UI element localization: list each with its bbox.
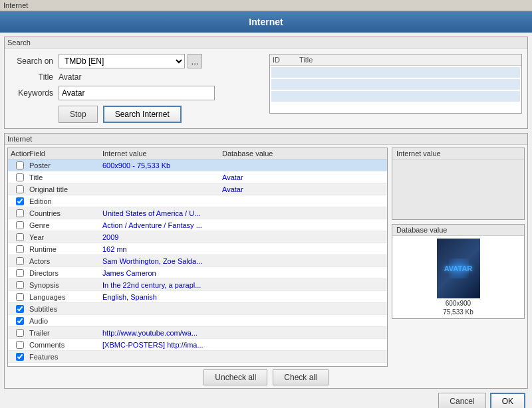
row-checkbox-cell[interactable] xyxy=(11,185,29,193)
row-internet-value: Action / Adventure / Fantasy ... xyxy=(102,221,222,229)
row-checkbox-cell[interactable] xyxy=(11,209,29,217)
row-database-value: Avatar xyxy=(222,173,329,181)
row-checkbox-cell[interactable] xyxy=(11,197,29,205)
keywords-input[interactable] xyxy=(59,86,215,100)
row-field: Genre xyxy=(29,221,102,229)
row-checkbox-cell[interactable] xyxy=(11,173,29,181)
row-checkbox[interactable] xyxy=(16,317,24,325)
row-checkbox-cell[interactable] xyxy=(11,353,29,361)
row-field: Actors xyxy=(29,257,102,265)
row-internet-value: 2009 xyxy=(102,233,222,241)
row-field: Features xyxy=(29,353,102,361)
row-field: Edition xyxy=(29,197,102,205)
title-text: Internet xyxy=(249,17,283,27)
row-field: Audio xyxy=(29,317,102,325)
table-body: Poster600x900 - 75,533 KbTitleAvatarOrig… xyxy=(8,159,387,363)
row-field: Synopsis xyxy=(29,281,102,289)
row-checkbox[interactable] xyxy=(16,281,24,289)
check-all-button[interactable]: Check all xyxy=(273,369,328,385)
table-row: Comments[XBMC-POSTERS] http://ima... xyxy=(8,339,387,351)
row-internet-value: 162 mn xyxy=(102,245,222,253)
poster-size: 600x900 xyxy=(446,300,471,307)
col-database: Database value xyxy=(222,150,329,157)
table-row: GenreAction / Adventure / Fantasy ... xyxy=(8,219,387,231)
row-checkbox-cell[interactable] xyxy=(11,257,29,265)
search-section: Search Search on TMDb [EN] ... xyxy=(4,37,528,129)
table-header: Action Field Internet value Database val… xyxy=(8,148,387,159)
ok-button[interactable]: OK xyxy=(490,393,525,408)
window-title-bar: Internet xyxy=(0,0,532,11)
row-checkbox[interactable] xyxy=(16,257,24,265)
row-checkbox[interactable] xyxy=(16,209,24,217)
row-field: Subtitles xyxy=(29,305,102,313)
row-checkbox[interactable] xyxy=(16,245,24,253)
table-row: Runtime162 mn xyxy=(8,243,387,255)
row-internet-value: Sam Worthington, Zoe Salda... xyxy=(102,257,222,265)
footer-buttons: Cancel OK xyxy=(4,393,528,408)
keywords-row: Keywords xyxy=(10,86,259,100)
results-id-col: ID xyxy=(273,56,299,64)
search-on-label: Search on xyxy=(10,56,53,66)
row-checkbox[interactable] xyxy=(16,329,24,337)
row-checkbox-cell[interactable] xyxy=(11,329,29,337)
table-row: DirectorsJames Cameron xyxy=(8,267,387,279)
row-checkbox[interactable] xyxy=(16,233,24,241)
col-field: Field xyxy=(29,150,102,157)
row-field: Languages xyxy=(29,293,102,301)
row-internet-value: English, Spanish xyxy=(102,293,222,301)
row-checkbox-cell[interactable] xyxy=(11,341,29,349)
row-checkbox-cell[interactable] xyxy=(11,281,29,289)
poster-area: AVATAR 600x900 75,533 Kb xyxy=(392,236,524,318)
internet-table: Action Field Internet value Database val… xyxy=(7,148,388,367)
row-checkbox-cell[interactable] xyxy=(11,317,29,325)
row-checkbox-cell[interactable] xyxy=(11,233,29,241)
row-field: Original title xyxy=(29,185,102,193)
table-row: Audio xyxy=(8,315,387,327)
internet-value-panel: Internet value xyxy=(392,148,525,220)
row-checkbox[interactable] xyxy=(16,161,24,169)
row-database-value: Avatar xyxy=(222,185,329,193)
search-on-dropdown[interactable]: TMDb [EN] xyxy=(59,54,185,68)
internet-section: Internet Action Field Internet value Dat… xyxy=(4,133,528,389)
row-internet-value: United States of America / U... xyxy=(102,209,222,217)
search-internet-button[interactable]: Search Internet xyxy=(103,106,182,123)
title-value: Avatar xyxy=(59,72,81,82)
row-checkbox[interactable] xyxy=(16,197,24,205)
row-checkbox-cell[interactable] xyxy=(11,269,29,277)
table-row: Edition xyxy=(8,195,387,207)
row-checkbox-cell[interactable] xyxy=(11,293,29,301)
row-checkbox-cell[interactable] xyxy=(11,161,29,169)
row-checkbox[interactable] xyxy=(16,221,24,229)
window-bar-title: Internet xyxy=(3,1,28,9)
stop-button[interactable]: Stop xyxy=(59,106,98,123)
search-section-label: Search xyxy=(5,37,527,49)
bottom-buttons: Uncheck all Check all xyxy=(7,369,525,385)
row-internet-value: http://www.youtube.com/wa... xyxy=(102,329,222,337)
row-checkbox-cell[interactable] xyxy=(11,221,29,229)
row-checkbox-cell[interactable] xyxy=(11,245,29,253)
title-label: Title xyxy=(10,72,53,82)
poster-kb: 75,533 Kb xyxy=(443,308,473,316)
cancel-button[interactable]: Cancel xyxy=(438,393,485,408)
table-row: Original titleAvatar xyxy=(8,183,387,195)
row-internet-value: [XBMC-POSTERS] http://ima... xyxy=(102,341,222,349)
keywords-label: Keywords xyxy=(10,88,53,98)
row-checkbox[interactable] xyxy=(16,305,24,313)
internet-value-content xyxy=(392,159,524,219)
results-title-col: Title xyxy=(299,56,313,64)
uncheck-all-button[interactable]: Uncheck all xyxy=(203,369,267,385)
row-checkbox[interactable] xyxy=(16,341,24,349)
poster-image: AVATAR xyxy=(437,239,480,298)
table-row: LanguagesEnglish, Spanish xyxy=(8,291,387,303)
database-value-label: Database value xyxy=(392,225,524,236)
row-checkbox[interactable] xyxy=(16,173,24,181)
col-internet: Internet value xyxy=(102,150,222,157)
row-checkbox[interactable] xyxy=(16,353,24,361)
row-checkbox[interactable] xyxy=(16,269,24,277)
row-checkbox-cell[interactable] xyxy=(11,305,29,313)
search-on-extra-btn[interactable]: ... xyxy=(188,54,202,68)
table-row: TitleAvatar xyxy=(8,171,387,183)
row-checkbox[interactable] xyxy=(16,293,24,301)
row-field: Title xyxy=(29,173,102,181)
row-checkbox[interactable] xyxy=(16,185,24,193)
